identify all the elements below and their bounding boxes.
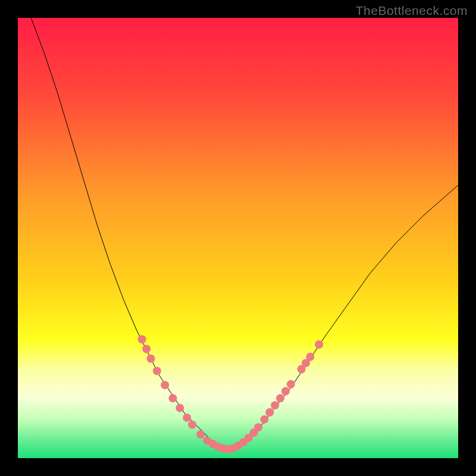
highlight-dot [138, 335, 146, 343]
highlight-dot [183, 414, 191, 422]
highlight-dot [153, 367, 161, 375]
highlight-dot [315, 340, 323, 349]
highlight-dot [306, 353, 314, 361]
highlight-dot [196, 430, 205, 439]
highlight-dot [276, 394, 284, 402]
watermark-text: TheBottleneck.com [356, 4, 468, 18]
highlight-dot [254, 423, 262, 431]
chart-overlay [18, 18, 458, 458]
highlight-dot [265, 408, 274, 416]
highlight-dot [188, 421, 196, 429]
highlight-dot [168, 394, 177, 402]
bottleneck-curve [31, 18, 458, 449]
highlight-dot [146, 355, 155, 363]
highlight-dot [161, 381, 169, 389]
highlight-dot [142, 345, 151, 353]
highlight-dot [260, 415, 268, 424]
highlight-dot [176, 404, 184, 412]
highlight-dots [138, 335, 323, 453]
highlight-dot [271, 401, 279, 409]
highlight-dot [287, 380, 295, 389]
chart-area [18, 18, 458, 458]
highlight-dot [281, 387, 290, 396]
